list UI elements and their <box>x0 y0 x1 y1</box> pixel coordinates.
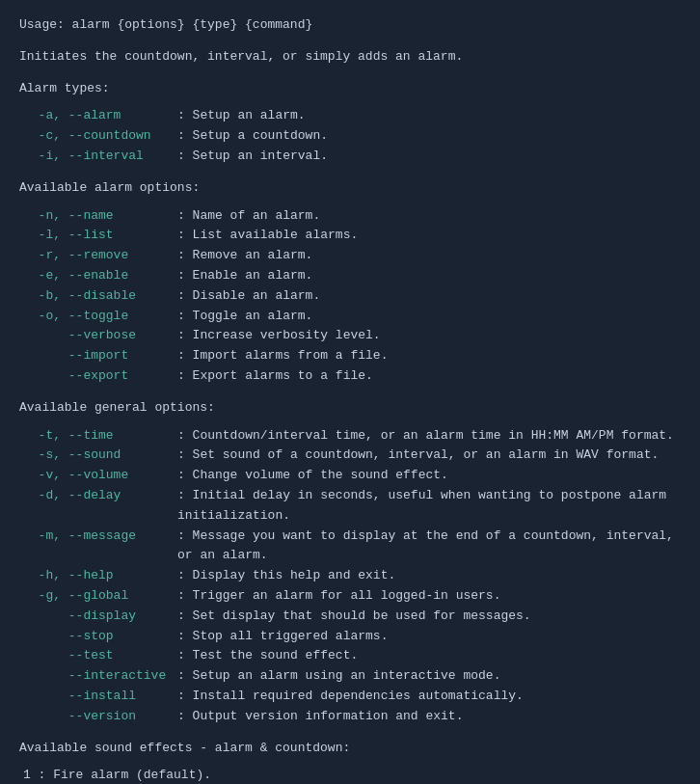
sound-alarm-header: Available sound effects - alarm & countd… <box>19 739 681 759</box>
description-section: Initiates the countdown, interval, or si… <box>19 47 681 68</box>
option-key: -o, --toggle <box>23 307 177 327</box>
option-desc: : Set display that should be used for me… <box>177 607 531 627</box>
option-desc: : Name of an alarm. <box>177 206 320 227</box>
list-item: --install : Install required dependencie… <box>19 687 681 707</box>
option-desc: : List available alarms. <box>177 226 358 246</box>
list-item: -t, --time : Countdown/interval time, or… <box>19 426 681 446</box>
option-key: -e, --enable <box>23 266 177 286</box>
list-item: -g, --global : Trigger an alarm for all … <box>19 586 681 607</box>
list-item: -r, --remove : Remove an alarm. <box>19 246 681 266</box>
list-item: -s, --sound : Set sound of a countdown, … <box>19 446 681 466</box>
list-item: 1 : Fire alarm (default). <box>19 766 681 784</box>
option-desc: : Install required dependencies automati… <box>177 687 524 707</box>
option-desc: : Export alarms to a file. <box>177 366 373 387</box>
general-options-section: Available general options: -t, --time : … <box>19 398 681 727</box>
option-desc: : Output version information and exit. <box>177 707 463 727</box>
option-desc: : Display this help and exit. <box>177 566 395 586</box>
option-key: --stop <box>23 627 177 647</box>
option-desc: : Enable an alarm. <box>177 266 312 286</box>
option-key: --install <box>23 687 177 707</box>
description-text: Initiates the countdown, interval, or si… <box>19 47 681 68</box>
list-item: -l, --list : List available alarms. <box>19 226 681 246</box>
option-key: -r, --remove <box>23 246 177 266</box>
list-item: --test : Test the sound effect. <box>19 646 681 666</box>
sound-alarm-section: Available sound effects - alarm & countd… <box>19 739 681 785</box>
option-key: -v, --volume <box>23 466 177 486</box>
alarm-options-header: Available alarm options: <box>19 178 681 199</box>
option-key: --version <box>23 707 177 727</box>
option-key: --export <box>23 366 177 387</box>
option-desc: : Increase verbosity level. <box>177 326 381 346</box>
alarm-options-list: -n, --name : Name of an alarm. -l, --lis… <box>19 206 681 387</box>
usage-line: Usage: alarm {options} {type} {command} <box>19 15 681 36</box>
option-desc: : Trigger an alarm for all logged-in use… <box>177 586 500 607</box>
option-desc: : Set sound of a countdown, interval, or… <box>177 446 659 466</box>
terminal-content: Usage: alarm {options} {type} {command} … <box>19 15 681 784</box>
list-item: -a, --alarm : Setup an alarm. <box>19 106 681 126</box>
option-desc: : Message you want to display at the end… <box>177 527 681 567</box>
option-key: -a, --alarm <box>23 106 177 126</box>
general-options-header: Available general options: <box>19 398 681 419</box>
sound-alarm-list: 1 : Fire alarm (default). 2 : Analogue w… <box>19 766 681 784</box>
option-key: -i, --interval <box>23 147 177 167</box>
alarm-types-header: Alarm types: <box>19 79 681 99</box>
alarm-options-section: Available alarm options: -n, --name : Na… <box>19 178 681 387</box>
usage-section: Usage: alarm {options} {type} {command} <box>19 15 681 36</box>
option-desc: : Setup an alarm using an interactive mo… <box>177 666 500 687</box>
option-desc: : Import alarms from a file. <box>177 346 388 366</box>
list-item: -m, --message : Message you want to disp… <box>19 527 681 567</box>
option-key: --display <box>23 607 177 627</box>
option-desc: : Initial delay in seconds, useful when … <box>177 486 681 527</box>
option-key: --verbose <box>23 326 177 346</box>
option-key: -s, --sound <box>23 446 177 466</box>
list-item: -d, --delay : Initial delay in seconds, … <box>19 486 681 527</box>
list-item: -b, --disable : Disable an alarm. <box>19 286 681 307</box>
list-item: -v, --volume : Change volume of the soun… <box>19 466 681 486</box>
option-key: -c, --countdown <box>23 126 177 147</box>
option-desc: : Setup an interval. <box>177 147 328 167</box>
option-desc: : Test the sound effect. <box>177 646 358 666</box>
list-item: -i, --interval : Setup an interval. <box>19 147 681 167</box>
option-desc: : Remove an alarm. <box>177 246 312 266</box>
list-item: -h, --help : Display this help and exit. <box>19 566 681 586</box>
general-options-list: -t, --time : Countdown/interval time, or… <box>19 426 681 727</box>
alarm-types-list: -a, --alarm : Setup an alarm. -c, --coun… <box>19 106 681 166</box>
list-item: --version : Output version information a… <box>19 707 681 727</box>
option-key: --interactive <box>23 666 177 687</box>
list-item: --display : Set display that should be u… <box>19 607 681 627</box>
option-desc: : Setup a countdown. <box>177 126 328 147</box>
list-item: --import : Import alarms from a file. <box>19 346 681 366</box>
list-item: -n, --name : Name of an alarm. <box>19 206 681 227</box>
list-item: --export : Export alarms to a file. <box>19 366 681 387</box>
list-item: --verbose : Increase verbosity level. <box>19 326 681 346</box>
option-key: --import <box>23 346 177 366</box>
option-desc: : Disable an alarm. <box>177 286 320 307</box>
list-item: --interactive: Setup an alarm using an i… <box>19 666 681 687</box>
option-key: -h, --help <box>23 566 177 586</box>
option-key: --test <box>23 646 177 666</box>
list-item: --stop : Stop all triggered alarms. <box>19 627 681 647</box>
option-key: -b, --disable <box>23 286 177 307</box>
option-key: -d, --delay <box>23 486 177 527</box>
option-desc: : Setup an alarm. <box>177 106 306 126</box>
option-desc: : Countdown/interval time, or an alarm t… <box>177 426 674 446</box>
option-desc: : Stop all triggered alarms. <box>177 627 388 647</box>
option-key: -l, --list <box>23 226 177 246</box>
option-key: -m, --message <box>23 527 177 567</box>
option-key: -t, --time <box>23 426 177 446</box>
option-desc: : Change volume of the sound effect. <box>177 466 448 486</box>
list-item: -e, --enable : Enable an alarm. <box>19 266 681 286</box>
option-key: -n, --name <box>23 206 177 227</box>
option-desc: : Toggle an alarm. <box>177 307 312 327</box>
alarm-types-section: Alarm types: -a, --alarm : Setup an alar… <box>19 79 681 167</box>
list-item: -o, --toggle : Toggle an alarm. <box>19 307 681 327</box>
option-key: -g, --global <box>23 586 177 607</box>
list-item: -c, --countdown: Setup a countdown. <box>19 126 681 147</box>
